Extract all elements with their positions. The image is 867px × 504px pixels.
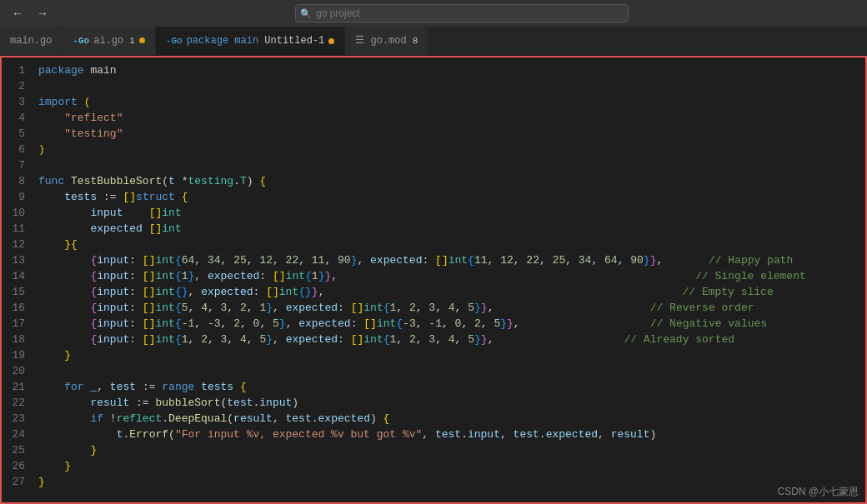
watermark: CSDN @小七蒙恩 — [777, 485, 859, 499]
code-line-27: } — [38, 474, 865, 490]
modified-dot — [328, 38, 334, 44]
code-line-20 — [38, 363, 865, 379]
tab-bar: main.go -Go ai.go 1 -Go package main Unt… — [0, 27, 867, 56]
modified-dot — [139, 37, 145, 43]
code-line-4: "reflect" — [38, 110, 865, 126]
code-line-10: input []int — [38, 205, 865, 221]
code-line-9: tests := []struct { — [38, 189, 865, 205]
code-line-25: } — [38, 442, 865, 458]
search-icon: 🔍 — [300, 8, 312, 19]
line-numbers: 1 2 3 4 5 6 7 8 9 10 11 12 13 14 15 16 1… — [2, 57, 33, 502]
go-icon-blue: -Go — [166, 36, 183, 46]
code-line-2 — [38, 78, 865, 94]
code-line-17: {input: []int{-1, -3, 2, 0, 5}, expected… — [38, 316, 865, 332]
code-line-26: } — [38, 458, 865, 474]
tab-badge: 8 — [413, 36, 418, 46]
search-input[interactable] — [295, 4, 629, 22]
code-line-5: "testing" — [38, 126, 865, 142]
code-line-16: {input: []int{5, 4, 3, 2, 1}, expected: … — [38, 300, 865, 316]
tab-label: main.go — [10, 35, 52, 47]
code-line-1: package main — [38, 62, 865, 78]
code-line-19: } — [38, 347, 865, 363]
go-icon: -Go — [73, 36, 89, 46]
tab-untitled-1[interactable]: -Go package main Untitled-1 — [156, 27, 345, 55]
tab-label: ai.go — [93, 35, 123, 47]
tab-ai-go[interactable]: -Go ai.go 1 — [63, 27, 155, 55]
search-bar[interactable]: 🔍 — [295, 4, 629, 22]
navigation-buttons: ← → — [7, 5, 53, 22]
forward-button[interactable]: → — [32, 5, 53, 22]
code-line-22: result := bubbleSort(test.input) — [38, 395, 865, 411]
code-line-3: import ( — [38, 94, 865, 110]
code-line-8: func TestBubbleSort(t *testing.T) { — [38, 173, 865, 189]
code-line-24: t.Errorf("For input %v, expected %v but … — [38, 427, 865, 442]
code-line-7 — [38, 157, 865, 173]
tab-main-go[interactable]: main.go — [0, 27, 63, 55]
code-line-23: if !reflect.DeepEqual(result, test.expec… — [38, 411, 865, 427]
tab-go-mod[interactable]: ☰ go.mod 8 — [345, 27, 428, 55]
code-line-15: {input: []int{}, expected: []int{}}, // … — [38, 284, 865, 300]
title-bar: ← → 🔍 — [0, 0, 867, 27]
code-line-18: {input: []int{1, 2, 3, 4, 5}, expected: … — [38, 332, 865, 347]
code-line-13: {input: []int{64, 34, 25, 12, 22, 11, 90… — [38, 252, 865, 268]
editor-area: 1 2 3 4 5 6 7 8 9 10 11 12 13 14 15 16 1… — [0, 56, 867, 504]
tab-label: package main Untitled-1 — [187, 35, 325, 47]
code-line-11: expected []int — [38, 221, 865, 237]
code-line-21: for _, test := range tests { — [38, 379, 865, 395]
tab-label: ☰ go.mod — [355, 34, 406, 47]
code-editor[interactable]: package main import ( "reflect" "testing… — [33, 57, 865, 502]
code-line-12: }{ — [38, 237, 865, 252]
code-line-6: ) — [38, 142, 865, 157]
code-line-14: {input: []int{1}, expected: []int{1}}, /… — [38, 268, 865, 284]
back-button[interactable]: ← — [7, 5, 28, 22]
tab-badge: 1 — [129, 36, 135, 46]
